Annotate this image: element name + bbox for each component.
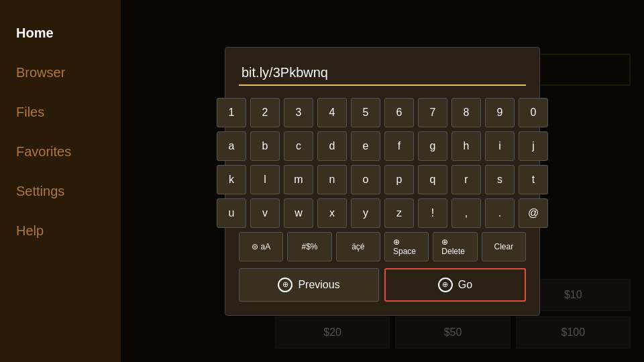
key-h[interactable]: h bbox=[451, 131, 481, 161]
key-o[interactable]: o bbox=[351, 165, 380, 194]
key-r[interactable]: r bbox=[451, 165, 481, 194]
key-p[interactable]: p bbox=[384, 165, 414, 194]
key-accents[interactable]: äçé bbox=[336, 232, 380, 261]
key-at[interactable]: @ bbox=[519, 198, 548, 228]
keyboard-modal: 1 2 3 4 5 6 7 8 9 0 a b c d e bbox=[225, 47, 540, 316]
previous-label: Previous bbox=[298, 279, 339, 291]
sidebar-item-home[interactable]: Home bbox=[0, 13, 121, 53]
key-clear[interactable]: Clear bbox=[482, 232, 526, 261]
key-9[interactable]: 9 bbox=[485, 98, 515, 127]
previous-icon: ⊕ bbox=[278, 278, 292, 292]
key-g[interactable]: g bbox=[418, 131, 447, 161]
key-c[interactable]: c bbox=[284, 131, 313, 161]
sidebar-item-files[interactable]: Files bbox=[0, 93, 121, 132]
key-y[interactable]: y bbox=[351, 198, 380, 228]
key-f[interactable]: f bbox=[384, 131, 414, 161]
key-z[interactable]: z bbox=[384, 198, 414, 228]
sidebar: Home Browser Files Favorites Settings He… bbox=[0, 0, 121, 362]
key-7[interactable]: 7 bbox=[418, 98, 447, 127]
key-i[interactable]: i bbox=[485, 131, 515, 161]
key-0[interactable]: 0 bbox=[519, 98, 548, 127]
url-input[interactable] bbox=[239, 61, 526, 86]
action-row: ⊕ Previous ⊕ Go bbox=[239, 268, 526, 302]
key-1[interactable]: 1 bbox=[217, 98, 246, 127]
key-b[interactable]: b bbox=[250, 131, 280, 161]
sidebar-item-favorites[interactable]: Favorites bbox=[0, 132, 121, 172]
key-symbols[interactable]: #$% bbox=[287, 232, 331, 261]
key-m[interactable]: m bbox=[284, 165, 313, 194]
key-row-numbers: 1 2 3 4 5 6 7 8 9 0 bbox=[239, 98, 526, 127]
key-j[interactable]: j bbox=[519, 131, 548, 161]
key-k[interactable]: k bbox=[217, 165, 246, 194]
keyboard: 1 2 3 4 5 6 7 8 9 0 a b c d e bbox=[239, 98, 526, 261]
key-delete[interactable]: ⊕ Delete bbox=[433, 232, 477, 261]
key-comma[interactable]: , bbox=[451, 198, 481, 228]
key-period[interactable]: . bbox=[485, 198, 515, 228]
previous-button[interactable]: ⊕ Previous bbox=[239, 268, 379, 302]
key-8[interactable]: 8 bbox=[451, 98, 481, 127]
key-4[interactable]: 4 bbox=[317, 98, 347, 127]
key-space[interactable]: ⊕ Space bbox=[384, 232, 429, 261]
key-q[interactable]: q bbox=[418, 165, 447, 194]
key-s[interactable]: s bbox=[485, 165, 515, 194]
modal-overlay: 1 2 3 4 5 6 7 8 9 0 a b c d e bbox=[121, 0, 644, 362]
go-label: Go bbox=[458, 279, 472, 291]
key-row-u-at: u v w x y z ! , . @ bbox=[239, 198, 526, 228]
key-t[interactable]: t bbox=[519, 165, 548, 194]
key-w[interactable]: w bbox=[284, 198, 313, 228]
key-u[interactable]: u bbox=[217, 198, 246, 228]
key-exclaim[interactable]: ! bbox=[418, 198, 447, 228]
sidebar-item-browser[interactable]: Browser bbox=[0, 53, 121, 93]
key-e[interactable]: e bbox=[351, 131, 380, 161]
main-content: ase donation buttons: Press and hold ⓐ t… bbox=[121, 0, 644, 362]
sidebar-item-settings[interactable]: Settings bbox=[0, 172, 121, 211]
key-3[interactable]: 3 bbox=[284, 98, 313, 127]
key-5[interactable]: 5 bbox=[351, 98, 380, 127]
sidebar-item-help[interactable]: Help bbox=[0, 211, 121, 251]
key-6[interactable]: 6 bbox=[384, 98, 414, 127]
key-case-toggle[interactable]: ⊜ aA bbox=[239, 232, 283, 261]
key-row-aj: a b c d e f g h i j bbox=[239, 131, 526, 161]
go-button[interactable]: ⊕ Go bbox=[384, 268, 526, 302]
key-x[interactable]: x bbox=[317, 198, 347, 228]
key-2[interactable]: 2 bbox=[250, 98, 280, 127]
key-a[interactable]: a bbox=[217, 131, 246, 161]
key-row-special: ⊜ aA #$% äçé ⊕ Space ⊕ Delete Clear bbox=[239, 232, 526, 261]
go-icon: ⊕ bbox=[438, 278, 453, 292]
key-d[interactable]: d bbox=[317, 131, 347, 161]
key-row-kt: k l m n o p q r s t bbox=[239, 165, 526, 194]
key-n[interactable]: n bbox=[317, 165, 347, 194]
key-l[interactable]: l bbox=[250, 165, 280, 194]
key-v[interactable]: v bbox=[250, 198, 280, 228]
